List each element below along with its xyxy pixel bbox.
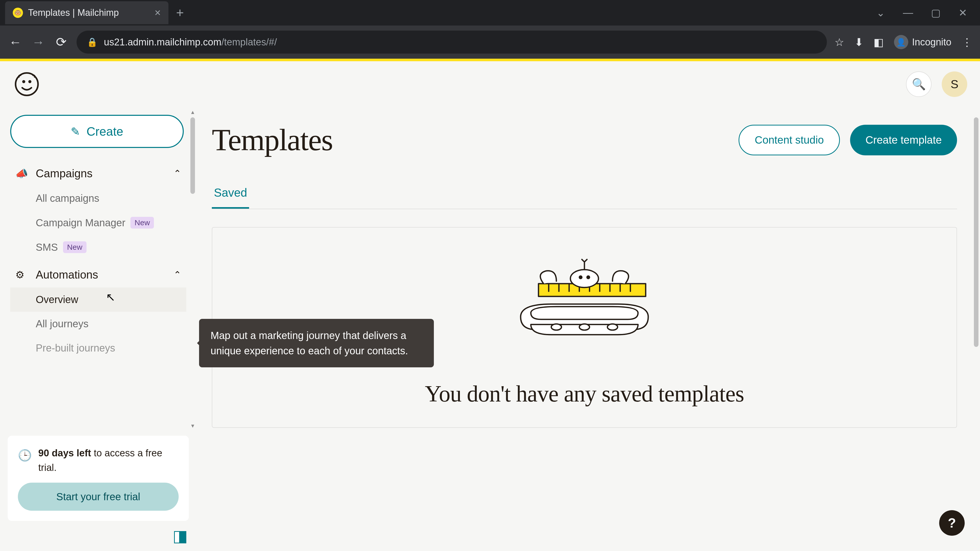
sidebar: ✎ Create 📣 Campaigns ⌃ All campaigns Cam… bbox=[0, 107, 197, 551]
tab-title: Templates | Mailchimp bbox=[28, 7, 149, 18]
pencil-icon: ✎ bbox=[71, 125, 80, 138]
incognito-badge[interactable]: 👤 Incognito bbox=[894, 35, 951, 49]
create-button[interactable]: ✎ Create bbox=[10, 115, 184, 148]
url-input[interactable]: 🔒 us21.admin.mailchimp.com/templates/#/ bbox=[76, 30, 827, 54]
tab-saved[interactable]: Saved bbox=[212, 186, 249, 209]
sidebar-scrollbar[interactable]: ▴ ▾ bbox=[189, 107, 197, 430]
svg-point-5 bbox=[608, 324, 617, 330]
sidebar-item-overview[interactable]: Overview ↖ bbox=[10, 287, 186, 312]
lock-icon: 🔒 bbox=[87, 37, 97, 47]
new-tab-button[interactable]: + bbox=[176, 5, 184, 21]
svg-point-1 bbox=[22, 80, 25, 83]
scrollbar-thumb[interactable] bbox=[974, 118, 978, 347]
page-title: Templates bbox=[212, 122, 332, 158]
clock-icon: 🕒 bbox=[18, 447, 32, 464]
address-bar: ← → ⟳ 🔒 us21.admin.mailchimp.com/templat… bbox=[0, 25, 980, 59]
overview-tooltip: Map out a marketing journey that deliver… bbox=[199, 319, 434, 367]
svg-point-3 bbox=[551, 324, 562, 330]
empty-illustration bbox=[505, 258, 663, 350]
scroll-down-icon[interactable]: ▾ bbox=[189, 422, 197, 429]
sidebar-item-sms[interactable]: SMS New bbox=[10, 235, 186, 259]
incognito-icon: 👤 bbox=[894, 35, 908, 49]
minimize-icon[interactable]: ― bbox=[903, 7, 913, 19]
chevron-up-icon: ⌃ bbox=[173, 168, 181, 179]
svg-point-4 bbox=[579, 324, 590, 330]
url-host: us21.admin.mailchimp.com bbox=[104, 37, 221, 48]
svg-point-2 bbox=[28, 80, 32, 83]
reload-button[interactable]: ⟳ bbox=[54, 35, 69, 49]
close-tab-icon[interactable]: × bbox=[154, 6, 161, 19]
sidebar-item-all-campaigns[interactable]: All campaigns bbox=[10, 186, 186, 210]
chevron-up-icon: ⌃ bbox=[173, 269, 181, 280]
sidebar-section-automations[interactable]: ⚙ Automations ⌃ bbox=[10, 262, 186, 287]
new-badge: New bbox=[130, 217, 154, 229]
browser-tab[interactable]: 🐵 Templates | Mailchimp × bbox=[5, 1, 169, 24]
app-header: 🔍 S bbox=[0, 61, 980, 107]
automation-icon: ⚙ bbox=[15, 269, 28, 281]
sidebar-item-campaign-manager[interactable]: Campaign Manager New bbox=[10, 210, 186, 235]
menu-icon[interactable]: ⋮ bbox=[962, 36, 972, 48]
reading-list-icon[interactable]: ◧ bbox=[873, 36, 884, 48]
user-avatar[interactable]: S bbox=[942, 71, 967, 97]
help-button[interactable]: ? bbox=[939, 510, 965, 536]
megaphone-icon: 📣 bbox=[15, 168, 28, 179]
new-badge: New bbox=[63, 241, 86, 253]
browser-tab-bar: 🐵 Templates | Mailchimp × + ⌄ ― ▢ ✕ bbox=[0, 0, 980, 25]
forward-button[interactable]: → bbox=[30, 35, 46, 49]
bookmark-icon[interactable]: ☆ bbox=[835, 36, 844, 48]
favicon-icon: 🐵 bbox=[13, 8, 23, 18]
collapse-sidebar-button[interactable] bbox=[174, 531, 186, 543]
svg-point-18 bbox=[587, 276, 590, 279]
svg-point-16 bbox=[570, 270, 598, 287]
svg-point-17 bbox=[579, 276, 582, 279]
search-icon: 🔍 bbox=[912, 78, 926, 91]
back-button[interactable]: ← bbox=[8, 35, 23, 49]
main-scrollbar[interactable] bbox=[972, 107, 980, 551]
url-path: /templates/#/ bbox=[221, 37, 277, 48]
scrollbar-thumb[interactable] bbox=[190, 118, 195, 194]
close-window-icon[interactable]: ✕ bbox=[959, 7, 967, 19]
app-root: 🔍 S ✎ Create 📣 Campaigns ⌃ bbox=[0, 59, 980, 551]
sidebar-item-all-journeys[interactable]: All journeys bbox=[10, 312, 186, 336]
start-trial-button[interactable]: Start your free trial bbox=[18, 483, 179, 511]
maximize-icon[interactable]: ▢ bbox=[931, 7, 941, 19]
empty-title: You don't have any saved templates bbox=[228, 381, 941, 407]
trial-banner: 🕒 90 days left to access a free trial. S… bbox=[8, 436, 189, 521]
window-controls: ⌄ ― ▢ ✕ bbox=[877, 7, 980, 19]
create-template-button[interactable]: Create template bbox=[850, 125, 957, 156]
search-button[interactable]: 🔍 bbox=[906, 71, 932, 97]
sidebar-item-prebuilt-journeys[interactable]: Pre-built journeys bbox=[10, 336, 186, 360]
mailchimp-logo[interactable] bbox=[13, 70, 41, 98]
downloads-icon[interactable]: ⬇ bbox=[854, 36, 863, 48]
tab-dropdown-icon[interactable]: ⌄ bbox=[877, 7, 885, 19]
scroll-up-icon[interactable]: ▴ bbox=[189, 108, 197, 116]
sidebar-section-campaigns[interactable]: 📣 Campaigns ⌃ bbox=[10, 161, 186, 186]
template-tabs: Saved bbox=[212, 186, 957, 209]
cursor-icon: ↖ bbox=[106, 291, 115, 303]
content-studio-button[interactable]: Content studio bbox=[738, 125, 840, 156]
trial-text: 90 days left to access a free trial. bbox=[38, 446, 179, 475]
